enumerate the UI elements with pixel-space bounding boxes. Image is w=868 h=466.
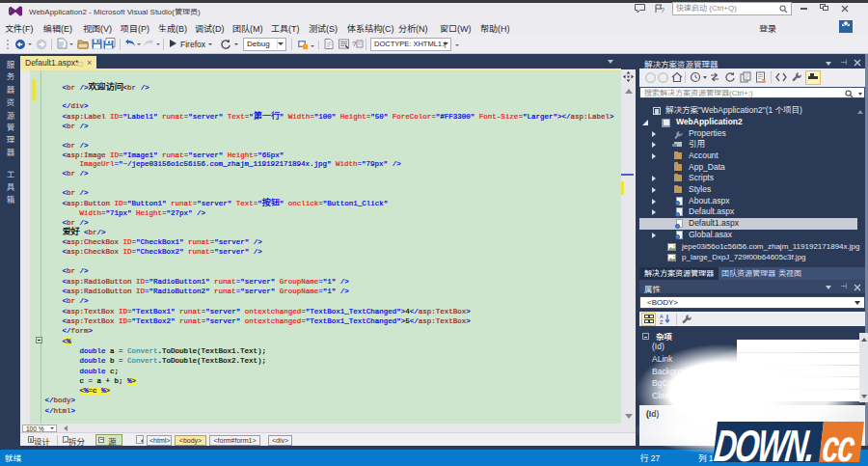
svg-text:?: ? — [661, 7, 665, 14]
svg-text:?: ? — [352, 40, 357, 48]
svg-text:Z: Z — [660, 319, 664, 325]
